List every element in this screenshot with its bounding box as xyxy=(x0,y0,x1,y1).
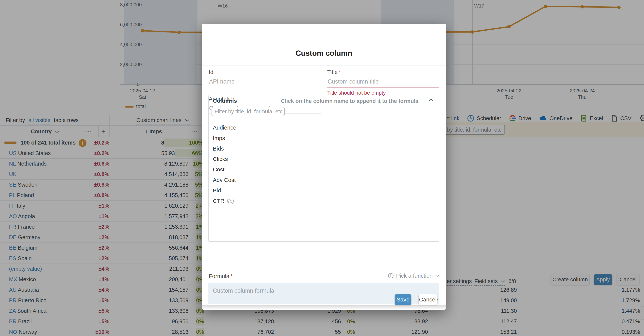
info-icon xyxy=(388,273,394,279)
app-screen: 8,000,0006,000,0004,000,0002,000,0000W16… xyxy=(0,0,644,336)
column-list-item-audience[interactable]: Audience xyxy=(213,124,236,131)
required-asterisk: * xyxy=(230,273,233,279)
chevron-down-icon xyxy=(435,274,440,277)
formula-fx-badge: f(x) xyxy=(227,198,234,204)
column-list-item-bid[interactable]: Bid xyxy=(213,187,221,194)
column-item-label: Bid xyxy=(213,187,221,194)
column-item-label: Bids xyxy=(213,145,224,152)
column-list-item-cost[interactable]: Cost xyxy=(213,166,224,173)
required-asterisk: * xyxy=(339,69,341,75)
column-item-label: Adv Cost xyxy=(213,177,236,183)
formula-label: Formula* xyxy=(209,273,233,279)
dialog-title: Custom column xyxy=(202,49,446,58)
column-list-item-adv-cost[interactable]: Adv Cost xyxy=(213,177,236,183)
scroll-shadow xyxy=(202,305,446,310)
column-item-label: Clicks xyxy=(213,156,228,162)
column-item-label: Audience xyxy=(213,124,236,131)
id-input[interactable] xyxy=(209,78,321,87)
column-item-label: Cost xyxy=(213,166,224,173)
column-list-item-bids[interactable]: Bids xyxy=(213,145,224,152)
column-item-label: CTR xyxy=(213,198,224,204)
title-label: Title* xyxy=(327,69,341,75)
custom-column-dialog: Custom column Id Title* Title should not… xyxy=(202,24,446,310)
columns-panel: Columns Click on the column name to appe… xyxy=(208,95,440,242)
column-item-label: Imps xyxy=(213,135,225,141)
dialog-divider xyxy=(202,66,446,66)
column-list-item-ctr[interactable]: CTRf(x) xyxy=(213,198,234,204)
columns-panel-hint: Click on the column name to append it to… xyxy=(281,98,418,104)
collapse-chevron-up-icon[interactable] xyxy=(428,98,434,102)
column-list-item-imps[interactable]: Imps xyxy=(213,135,225,141)
pick-function-dropdown[interactable]: Pick a function xyxy=(388,272,440,279)
title-input[interactable] xyxy=(327,78,439,88)
save-button[interactable]: Save xyxy=(395,294,411,305)
columns-filter-input[interactable] xyxy=(212,107,285,116)
columns-panel-header: Columns xyxy=(213,98,237,104)
cancel-button[interactable]: Cancel xyxy=(418,294,437,305)
id-label: Id xyxy=(209,69,214,75)
column-list-item-clicks[interactable]: Clicks xyxy=(213,156,228,162)
